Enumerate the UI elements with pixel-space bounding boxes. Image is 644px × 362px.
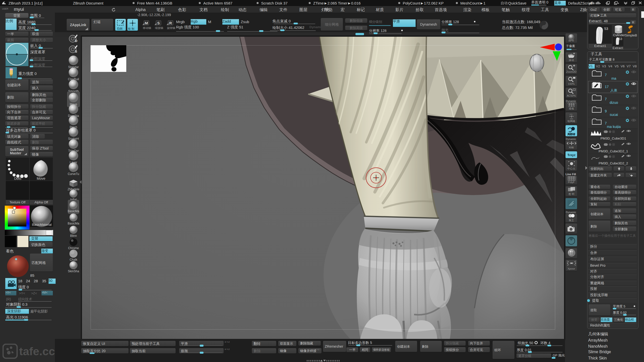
svg-text:M: M [145,21,148,25]
svg-text:BasicMaterial: BasicMaterial [32,223,52,227]
svg-text:S: S [75,50,77,53]
svg-text:D: D [75,39,77,43]
svg-text:↓˅↓: ↓˅↓ [569,113,573,116]
svg-text:R: R [169,21,172,25]
svg-text:53: 53 [604,27,608,31]
svg-text:Dots: Dots [14,176,21,180]
svg-text:↻xyz: ↻xyz [568,153,576,157]
svg-text:Move: Move [37,176,45,180]
svg-text:53: 53 [619,37,622,41]
svg-text:S: S [157,21,160,25]
svg-text:tafe.cc: tafe.cc [19,345,55,358]
